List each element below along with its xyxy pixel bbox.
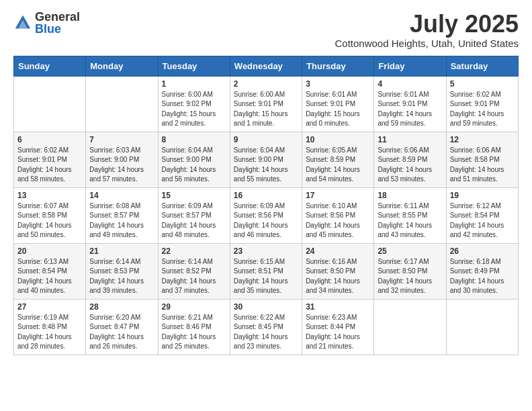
day-number: 31 <box>306 302 370 312</box>
calendar-cell: 11Sunrise: 6:06 AMSunset: 8:59 PMDayligh… <box>374 132 446 187</box>
day-info: Sunrise: 6:05 AMSunset: 8:59 PMDaylight:… <box>306 146 370 185</box>
calendar-cell: 23Sunrise: 6:15 AMSunset: 8:51 PMDayligh… <box>230 243 302 299</box>
day-info: Sunrise: 6:19 AMSunset: 8:48 PMDaylight:… <box>17 313 82 352</box>
calendar-cell: 8Sunrise: 6:04 AMSunset: 9:00 PMDaylight… <box>158 132 230 187</box>
day-number: 26 <box>450 246 515 256</box>
calendar-cell: 21Sunrise: 6:14 AMSunset: 8:53 PMDayligh… <box>86 243 158 299</box>
calendar-cell: 10Sunrise: 6:05 AMSunset: 8:59 PMDayligh… <box>302 132 374 187</box>
day-info: Sunrise: 6:01 AMSunset: 9:01 PMDaylight:… <box>306 90 370 129</box>
day-info: Sunrise: 6:20 AMSunset: 8:47 PMDaylight:… <box>89 313 154 352</box>
day-number: 22 <box>162 246 226 256</box>
calendar-week-row: 27Sunrise: 6:19 AMSunset: 8:48 PMDayligh… <box>14 299 519 355</box>
day-number: 17 <box>306 191 370 200</box>
day-number: 23 <box>234 246 298 256</box>
day-info: Sunrise: 6:06 AMSunset: 8:59 PMDaylight:… <box>378 146 442 185</box>
calendar-cell: 20Sunrise: 6:13 AMSunset: 8:54 PMDayligh… <box>14 243 86 299</box>
calendar-cell: 25Sunrise: 6:17 AMSunset: 8:50 PMDayligh… <box>374 243 446 299</box>
calendar-cell: 19Sunrise: 6:12 AMSunset: 8:54 PMDayligh… <box>446 187 518 243</box>
day-number: 14 <box>89 191 154 200</box>
day-number: 29 <box>162 302 226 312</box>
day-info: Sunrise: 6:12 AMSunset: 8:54 PMDaylight:… <box>450 201 515 240</box>
logo-blue: Blue <box>35 23 80 35</box>
calendar-table: SundayMondayTuesdayWednesdayThursdayFrid… <box>13 56 519 355</box>
day-number: 21 <box>89 246 154 256</box>
calendar-cell: 15Sunrise: 6:09 AMSunset: 8:57 PMDayligh… <box>158 187 230 243</box>
day-info: Sunrise: 6:04 AMSunset: 9:00 PMDaylight:… <box>234 146 298 185</box>
day-info: Sunrise: 6:09 AMSunset: 8:57 PMDaylight:… <box>162 201 226 240</box>
day-number: 30 <box>234 302 298 312</box>
day-info: Sunrise: 6:18 AMSunset: 8:49 PMDaylight:… <box>450 257 515 296</box>
day-info: Sunrise: 6:07 AMSunset: 8:58 PMDaylight:… <box>17 201 82 240</box>
day-number: 27 <box>17 302 82 312</box>
day-info: Sunrise: 6:08 AMSunset: 8:57 PMDaylight:… <box>89 201 154 240</box>
calendar-cell: 2Sunrise: 6:00 AMSunset: 9:01 PMDaylight… <box>230 76 302 132</box>
calendar-week-row: 13Sunrise: 6:07 AMSunset: 8:58 PMDayligh… <box>14 187 519 243</box>
day-info: Sunrise: 6:01 AMSunset: 9:01 PMDaylight:… <box>378 90 442 129</box>
day-number: 20 <box>17 246 82 256</box>
calendar-cell <box>374 299 446 355</box>
day-info: Sunrise: 6:21 AMSunset: 8:46 PMDaylight:… <box>162 313 226 352</box>
calendar-cell: 9Sunrise: 6:04 AMSunset: 9:00 PMDaylight… <box>230 132 302 187</box>
logo-icon <box>13 13 32 32</box>
title-block: July 2025 Cottonwood Heights, Utah, Unit… <box>335 11 519 49</box>
day-info: Sunrise: 6:10 AMSunset: 8:56 PMDaylight:… <box>306 201 370 240</box>
logo: General Blue <box>13 11 80 35</box>
weekday-header: Tuesday <box>158 56 230 76</box>
day-info: Sunrise: 6:02 AMSunset: 9:01 PMDaylight:… <box>450 90 515 129</box>
weekday-header: Sunday <box>14 56 86 76</box>
weekday-header: Wednesday <box>230 56 302 76</box>
day-number: 8 <box>162 135 226 144</box>
calendar-cell: 30Sunrise: 6:22 AMSunset: 8:45 PMDayligh… <box>230 299 302 355</box>
calendar-cell: 16Sunrise: 6:09 AMSunset: 8:56 PMDayligh… <box>230 187 302 243</box>
day-number: 3 <box>306 79 370 89</box>
calendar-cell: 6Sunrise: 6:02 AMSunset: 9:01 PMDaylight… <box>14 132 86 187</box>
calendar-header-row: SundayMondayTuesdayWednesdayThursdayFrid… <box>14 56 519 76</box>
logo-text: General Blue <box>35 11 80 35</box>
logo-general: General <box>35 11 80 23</box>
day-info: Sunrise: 6:14 AMSunset: 8:52 PMDaylight:… <box>162 257 226 296</box>
day-number: 7 <box>89 135 154 144</box>
day-number: 5 <box>450 79 515 89</box>
day-info: Sunrise: 6:23 AMSunset: 8:44 PMDaylight:… <box>306 313 370 352</box>
day-number: 13 <box>17 191 82 200</box>
weekday-header: Saturday <box>446 56 518 76</box>
day-info: Sunrise: 6:11 AMSunset: 8:55 PMDaylight:… <box>378 201 442 240</box>
day-number: 4 <box>378 79 442 89</box>
calendar-cell: 27Sunrise: 6:19 AMSunset: 8:48 PMDayligh… <box>14 299 86 355</box>
day-number: 19 <box>450 191 515 200</box>
day-info: Sunrise: 6:22 AMSunset: 8:45 PMDaylight:… <box>234 313 298 352</box>
calendar-cell <box>446 299 518 355</box>
calendar-cell: 28Sunrise: 6:20 AMSunset: 8:47 PMDayligh… <box>86 299 158 355</box>
calendar-week-row: 1Sunrise: 6:00 AMSunset: 9:02 PMDaylight… <box>14 76 519 132</box>
day-info: Sunrise: 6:03 AMSunset: 9:00 PMDaylight:… <box>89 146 154 185</box>
day-number: 10 <box>306 135 370 144</box>
calendar-cell: 29Sunrise: 6:21 AMSunset: 8:46 PMDayligh… <box>158 299 230 355</box>
calendar-cell: 12Sunrise: 6:06 AMSunset: 8:58 PMDayligh… <box>446 132 518 187</box>
calendar-cell: 17Sunrise: 6:10 AMSunset: 8:56 PMDayligh… <box>302 187 374 243</box>
calendar-cell: 14Sunrise: 6:08 AMSunset: 8:57 PMDayligh… <box>86 187 158 243</box>
day-number: 28 <box>89 302 154 312</box>
day-number: 25 <box>378 246 442 256</box>
day-number: 1 <box>162 79 226 89</box>
calendar-cell <box>14 76 86 132</box>
page-header: General Blue July 2025 Cottonwood Height… <box>13 11 519 49</box>
day-number: 2 <box>234 79 298 89</box>
calendar-cell: 31Sunrise: 6:23 AMSunset: 8:44 PMDayligh… <box>302 299 374 355</box>
day-number: 11 <box>378 135 442 144</box>
day-info: Sunrise: 6:00 AMSunset: 9:01 PMDaylight:… <box>234 90 298 129</box>
calendar-cell: 18Sunrise: 6:11 AMSunset: 8:55 PMDayligh… <box>374 187 446 243</box>
day-number: 15 <box>162 191 226 200</box>
day-info: Sunrise: 6:00 AMSunset: 9:02 PMDaylight:… <box>162 90 226 129</box>
day-info: Sunrise: 6:02 AMSunset: 9:01 PMDaylight:… <box>17 146 82 185</box>
day-info: Sunrise: 6:09 AMSunset: 8:56 PMDaylight:… <box>234 201 298 240</box>
day-number: 6 <box>17 135 82 144</box>
day-info: Sunrise: 6:15 AMSunset: 8:51 PMDaylight:… <box>234 257 298 296</box>
calendar-cell: 7Sunrise: 6:03 AMSunset: 9:00 PMDaylight… <box>86 132 158 187</box>
day-info: Sunrise: 6:06 AMSunset: 8:58 PMDaylight:… <box>450 146 515 185</box>
day-number: 18 <box>378 191 442 200</box>
day-number: 12 <box>450 135 515 144</box>
day-info: Sunrise: 6:16 AMSunset: 8:50 PMDaylight:… <box>306 257 370 296</box>
weekday-header: Friday <box>374 56 446 76</box>
day-info: Sunrise: 6:17 AMSunset: 8:50 PMDaylight:… <box>378 257 442 296</box>
calendar-week-row: 20Sunrise: 6:13 AMSunset: 8:54 PMDayligh… <box>14 243 519 299</box>
